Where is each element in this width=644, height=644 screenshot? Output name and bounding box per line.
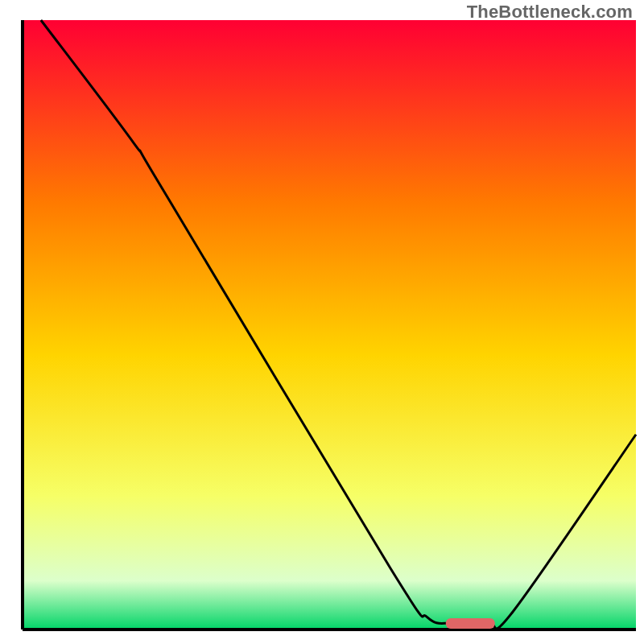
bottleneck-curve	[41, 20, 636, 629]
watermark-text: TheBottleneck.com	[467, 2, 633, 23]
chart-container: TheBottleneck.com	[0, 0, 644, 644]
optimum-marker	[446, 618, 495, 629]
chart-overlay	[0, 0, 644, 644]
